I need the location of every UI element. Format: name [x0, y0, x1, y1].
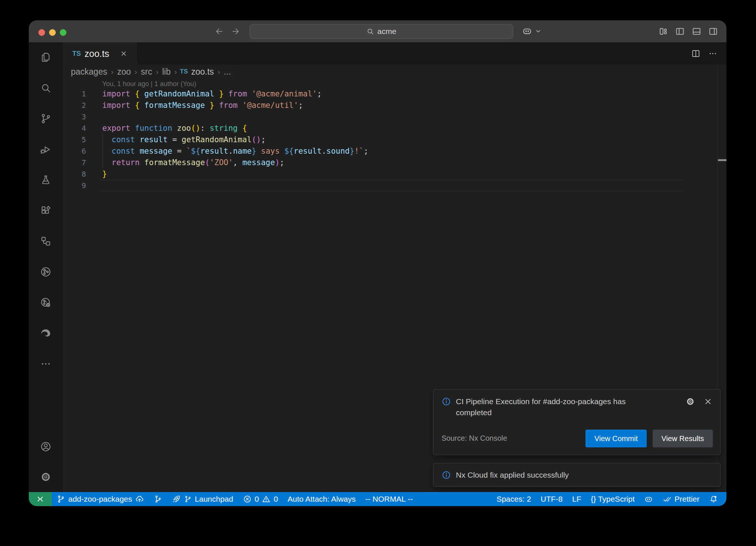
testing-icon[interactable] — [40, 174, 52, 186]
run-debug-icon[interactable] — [40, 143, 52, 155]
code-text: import { getRandomAnimal } from '@acme/a… — [102, 88, 322, 100]
settings-gear-icon[interactable] — [40, 471, 52, 483]
window-close-button[interactable] — [38, 29, 45, 36]
code-text: export function zoo(): string { — [102, 123, 247, 134]
status-label: add-zoo-packages — [68, 495, 132, 504]
scm-graph-icon — [154, 495, 162, 504]
chevron-down-icon — [534, 27, 542, 35]
overview-ruler-marker — [718, 159, 726, 161]
view-results-button[interactable]: View Results — [653, 430, 713, 447]
problems-status[interactable]: 00 — [238, 492, 283, 506]
notification-source: Source: Nx Console — [441, 433, 507, 444]
tab-bar: TS zoo.ts — [63, 42, 726, 65]
status-label: {} TypeScript — [591, 495, 635, 504]
error-circle-icon — [243, 495, 252, 504]
language-status[interactable]: {} TypeScript — [586, 492, 640, 506]
branch-status[interactable]: add-zoo-packages — [52, 492, 149, 506]
line-number: 4 — [63, 123, 86, 134]
prettier-status[interactable]: Prettier — [658, 492, 704, 506]
edge-devtools-icon[interactable] — [40, 327, 52, 339]
git-branch-icon — [56, 495, 65, 504]
search-icon — [366, 27, 374, 35]
remote-indicator[interactable] — [29, 492, 52, 506]
extensions-icon[interactable] — [40, 205, 52, 216]
graph-search-icon[interactable] — [40, 297, 52, 308]
status-label: Auto Attach: Always — [288, 495, 355, 504]
titlebar: acme — [29, 20, 726, 42]
auto-attach-status[interactable]: Auto Attach: Always — [283, 492, 360, 506]
status-bar: add-zoo-packagesLaunchpad00Auto Attach: … — [29, 492, 726, 506]
info-icon — [441, 470, 451, 480]
command-center-search[interactable]: acme — [250, 24, 513, 39]
status-label: 0 — [255, 495, 259, 504]
line-number: 9 — [63, 180, 86, 191]
screen: acme TS zoo.ts — [0, 0, 756, 546]
forward-button[interactable] — [231, 27, 240, 36]
hierarchy-icon[interactable] — [40, 235, 52, 247]
source-control-icon[interactable] — [40, 113, 52, 124]
warning-triangle-icon — [262, 495, 271, 504]
line-number: 6 — [63, 146, 86, 157]
copilot-icon — [644, 495, 653, 504]
status-label: -- NORMAL -- — [365, 495, 413, 504]
commit-graph-icon[interactable] — [40, 266, 52, 278]
more-icon[interactable] — [40, 358, 52, 370]
view-commit-button[interactable]: View Commit — [585, 430, 646, 447]
tab-zoo-ts[interactable]: TS zoo.ts — [63, 42, 138, 65]
notification-close-icon[interactable] — [703, 397, 713, 406]
typescript-file-icon: TS — [72, 50, 81, 58]
code-line-2[interactable]: 2import { formatMessage } from '@acme/ut… — [63, 100, 726, 111]
back-button[interactable] — [214, 27, 224, 36]
search-icon[interactable] — [40, 82, 52, 94]
eol-status[interactable]: LF — [567, 492, 586, 506]
more-actions-icon[interactable] — [708, 49, 718, 58]
line-number: 2 — [63, 100, 86, 111]
line-number: 5 — [63, 134, 86, 146]
explorer-icon[interactable] — [40, 51, 52, 63]
status-label: Launchpad — [195, 495, 233, 504]
notification-message: Nx Cloud fix applied successfully — [456, 470, 569, 481]
code-line-1[interactable]: 1import { getRandomAnimal } from '@acme/… — [63, 88, 726, 100]
rocket-icon — [172, 495, 181, 504]
vim-mode-status[interactable]: -- NORMAL -- — [361, 492, 418, 506]
notification-message: CI Pipeline Execution for #add-zoo-packa… — [456, 396, 652, 418]
activity-bar — [29, 42, 63, 492]
code-line-8[interactable]: 8} — [63, 168, 726, 180]
launchpad-status[interactable]: Launchpad — [167, 492, 238, 506]
code-line-5[interactable]: 5 const result = getRandomAnimal(); — [63, 134, 726, 146]
copilot-menu[interactable] — [522, 26, 542, 36]
status-label: UTF-8 — [541, 495, 563, 504]
window-minimize-button[interactable] — [49, 29, 56, 36]
code-line-6[interactable]: 6 const message = `${result.name} says $… — [63, 146, 726, 157]
code-line-9[interactable]: 9 — [63, 180, 726, 191]
line-number: 7 — [63, 157, 86, 168]
search-value: acme — [377, 27, 396, 36]
account-icon[interactable] — [40, 441, 52, 453]
bell-dot-icon — [709, 495, 718, 504]
spaces-status[interactable]: Spaces: 2 — [492, 492, 536, 506]
tab-close-icon[interactable] — [120, 50, 128, 58]
copilot-status[interactable] — [639, 492, 658, 506]
line-number: 8 — [63, 168, 86, 180]
code-line-7[interactable]: 7 return formatMessage('ZOO', message); — [63, 157, 726, 168]
toggle-secondary-sidebar-icon[interactable] — [708, 26, 718, 37]
notification-settings-icon[interactable] — [685, 397, 695, 406]
code-line-3[interactable]: 3 — [63, 111, 726, 123]
line-number: 3 — [63, 111, 86, 123]
encoding-status[interactable]: UTF-8 — [536, 492, 568, 506]
toggle-primary-sidebar-icon[interactable] — [675, 26, 685, 37]
info-icon — [441, 397, 451, 406]
window-zoom-button[interactable] — [60, 29, 66, 36]
code-line-4[interactable]: 4export function zoo(): string { — [63, 123, 726, 134]
mini-branch-icon — [184, 495, 192, 503]
double-check-icon — [663, 495, 671, 504]
scm-graph-status[interactable] — [149, 492, 167, 506]
notification-toast: Nx Cloud fix applied successfully — [433, 463, 721, 487]
notifications-status[interactable] — [704, 492, 723, 506]
code-text: const result = getRandomAnimal(); — [102, 134, 266, 146]
status-label: LF — [572, 495, 581, 504]
customize-layout-icon[interactable] — [658, 26, 669, 37]
split-editor-icon[interactable] — [691, 49, 701, 58]
status-bar-left: add-zoo-packagesLaunchpad00Auto Attach: … — [52, 492, 417, 506]
toggle-panel-icon[interactable] — [691, 26, 702, 37]
